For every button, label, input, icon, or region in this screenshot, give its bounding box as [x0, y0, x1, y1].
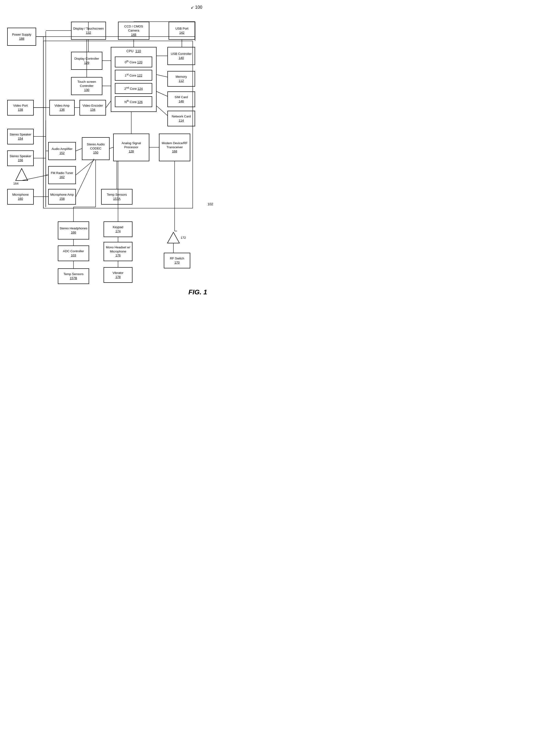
usb-port-label: USB Port [175, 27, 188, 31]
core2-label: 2nd Core 124 [124, 86, 143, 91]
usb-port-box: USB Port 142 [169, 22, 195, 40]
figure-label: FIG. 1 [188, 288, 207, 296]
network-card-num: 114 [179, 119, 184, 123]
temp-sensors-b-label: Temp Sensors [64, 272, 83, 276]
coreN-label: Nth Core 126 [124, 99, 143, 104]
svg-marker-1 [167, 232, 180, 243]
usb-controller-label: USB Controller [171, 52, 192, 56]
touch-controller-num: 130 [84, 88, 89, 92]
vibrator-label: Vibrator [112, 271, 123, 275]
rf-switch-num: 170 [174, 261, 180, 265]
display-touchscreen-num: 132 [86, 31, 91, 35]
mono-headset-num: 176 [115, 254, 121, 258]
vibrator-num: 178 [115, 275, 121, 279]
video-port-label: Video Port [13, 104, 28, 108]
video-encoder-label: Video Encoder [82, 104, 103, 108]
video-encoder-num: 134 [90, 108, 95, 112]
temp-sensors-a-box: Temp Sensors 157A [101, 189, 132, 205]
stereo-speaker2-label: Stereo Speaker [10, 154, 31, 159]
temp-sensors-a-num: 157A [113, 197, 120, 201]
memory-num: 112 [179, 79, 184, 83]
core0-box: 0th Core 120 [115, 56, 152, 67]
rf-switch-label: RF Switch [170, 257, 184, 261]
memory-label: Memory [176, 75, 187, 79]
analog-signal-box: Analog Signal Processor 128 [113, 134, 149, 161]
network-card-box: Network Card 114 [167, 111, 195, 126]
adc-controller-box: ADC Controller 103 [58, 246, 89, 261]
touch-controller-label: Touch screen Controller [72, 80, 101, 88]
adc-controller-num: 103 [71, 254, 76, 258]
core1-label: 1st Core 122 [125, 73, 142, 78]
temp-sensors-a-label: Temp Sensors [107, 193, 127, 197]
core2-box: 2nd Core 124 [115, 83, 152, 94]
ccd-camera-box: CCD / CMOS Camera 148 [118, 22, 149, 40]
svg-line-30 [76, 159, 94, 197]
svg-line-11 [157, 91, 167, 96]
display-controller-box: Display Controller 129 [71, 52, 102, 70]
video-amp-label: Video Amp [55, 104, 69, 108]
display-controller-label: Display Controller [74, 57, 99, 61]
fm-radio-box: FM Radio Tuner 162 [48, 166, 76, 184]
svg-line-10 [157, 75, 167, 77]
video-encoder-box: Video Encoder 134 [79, 100, 106, 116]
svg-line-19 [76, 149, 82, 151]
microphone-amp-label: Microphone Amp [50, 193, 74, 197]
antenna-164: 164 [14, 167, 29, 183]
stereo-speaker2-box: Stereo Speaker 156 [7, 151, 34, 166]
display-controller-num: 129 [84, 61, 89, 65]
stereo-speaker2-num: 156 [18, 159, 23, 162]
coreN-box: Nth Core 126 [115, 96, 152, 107]
microphone-amp-num: 158 [60, 197, 65, 201]
stereo-headphones-num: 166 [71, 231, 76, 235]
cpu-num: 110 [135, 49, 141, 53]
diagram: ↙ 100 Power Supply 188 Display / Touchsc… [0, 0, 217, 303]
vibrator-box: Vibrator 178 [103, 267, 132, 283]
svg-line-16 [106, 101, 111, 108]
video-port-num: 138 [18, 108, 23, 112]
stereo-headphones-box: Stereo Headphones 166 [58, 221, 89, 240]
adc-controller-label: ADC Controller [63, 249, 84, 254]
fm-radio-label: FM Radio Tuner [51, 171, 73, 175]
mono-headset-box: Mono Headset w/ Microphone 176 [103, 242, 132, 261]
svg-line-12 [157, 106, 167, 116]
ccd-camera-num: 148 [131, 33, 136, 37]
microphone-num: 160 [18, 197, 23, 201]
svg-line-20 [110, 147, 113, 149]
display-touchscreen-label: Display / Touchscreen [73, 27, 104, 31]
antenna-172: 172 [166, 231, 181, 245]
cpu-box: CPU 110 0th Core 120 1st Core 122 2nd Co… [111, 47, 157, 112]
keypad-label: Keypad [113, 225, 123, 229]
touch-controller-box: Touch screen Controller 130 [71, 77, 102, 95]
analog-signal-label: Analog Signal Processor [115, 141, 148, 150]
svg-line-23 [76, 160, 94, 175]
fm-radio-num: 162 [60, 175, 65, 179]
power-supply-label: Power Supply [12, 33, 31, 37]
display-touchscreen-box: Display / Touchscreen 132 [71, 22, 106, 40]
stereo-codec-box: Stereo Audio CODEC 150 [82, 137, 110, 160]
usb-controller-num: 140 [179, 56, 184, 60]
modem-num: 168 [172, 150, 177, 154]
keypad-box: Keypad 174 [103, 221, 132, 237]
video-port-box: Video Port 138 [7, 100, 34, 116]
microphone-amp-box: Microphone Amp 158 [48, 189, 76, 205]
svg-marker-0 [16, 168, 28, 180]
analog-signal-num: 128 [129, 150, 134, 154]
ccd-camera-label: CCD / CMOS Camera [119, 25, 148, 33]
sim-card-num: 146 [179, 99, 184, 103]
video-amp-box: Video Amp 136 [49, 100, 75, 116]
stereo-speaker1-num: 154 [18, 137, 23, 141]
audio-amplifier-box: Audio Amplifier 152 [48, 142, 76, 160]
sim-card-label: SIM Card [175, 95, 188, 99]
keypad-num: 174 [115, 229, 121, 234]
usb-port-num: 142 [179, 31, 185, 35]
temp-sensors-b-num: 157B [70, 276, 77, 280]
rf-switch-box: RF Switch 170 [164, 253, 190, 269]
stereo-codec-label: Stereo Audio CODEC [83, 143, 108, 151]
memory-box: Memory 112 [167, 71, 195, 87]
mono-headset-label: Mono Headset w/ Microphone [105, 246, 131, 254]
figure-number: ↙ 100 [191, 5, 202, 10]
modem-label: Modem Device/RF Transceiver [160, 141, 189, 150]
stereo-speaker1-box: Stereo Speaker 154 [7, 129, 34, 145]
boundary-label: 102 [207, 202, 213, 206]
stereo-codec-num: 150 [93, 151, 98, 155]
